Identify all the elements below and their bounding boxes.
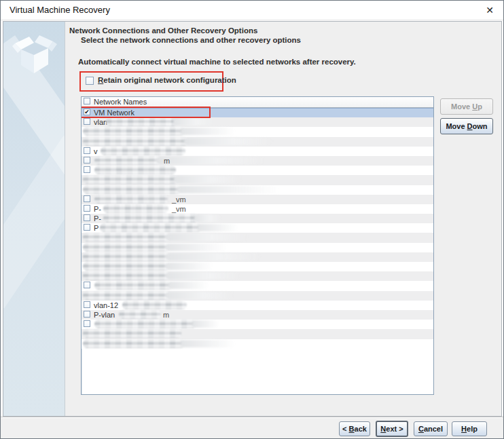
label-text: own: [473, 122, 488, 130]
network-row[interactable]: vlan: [82, 117, 433, 127]
next-button[interactable]: Next >: [376, 421, 408, 437]
label-text: <: [342, 425, 348, 433]
checkbox-icon[interactable]: [84, 118, 90, 125]
label-text: ack: [355, 425, 367, 433]
redacted-network-name-tail: [166, 272, 240, 280]
label-mnemonic: D: [467, 122, 473, 130]
annotation-box-retain-option: Retain original network configuration: [79, 71, 223, 92]
label-text: etain original network configuration: [103, 76, 236, 84]
network-row[interactable]: P-vlanm: [82, 310, 433, 320]
redacted-network-name-tail: [166, 233, 247, 241]
redacted-network-name-tail: [166, 263, 213, 270]
redacted-network-name-tail: [156, 157, 265, 164]
network-row[interactable]: [82, 252, 433, 262]
label-mnemonic: C: [418, 425, 424, 433]
network-name-text: P: [94, 224, 98, 232]
network-row[interactable]: P-: [82, 214, 433, 223]
label-text: ext >: [386, 425, 403, 433]
checkbox-icon[interactable]: [84, 224, 90, 231]
network-name-text: P-: [94, 214, 101, 223]
page-subtitle: Select the network connections and other…: [81, 36, 301, 44]
network-row[interactable]: [82, 166, 433, 175]
checkbox-icon[interactable]: [84, 166, 90, 173]
redacted-network-name: [119, 310, 161, 319]
redacted-network-name: [100, 223, 202, 232]
network-row[interactable]: vlan-12: [82, 301, 433, 310]
redacted-network-name: [83, 291, 170, 300]
network-names-list[interactable]: Network Names ✔VM Networkvlanvm_vmP-_vmP…: [81, 96, 434, 395]
checkbox-icon[interactable]: [84, 320, 90, 327]
redacted-network-name: [94, 156, 160, 165]
network-row[interactable]: [82, 185, 433, 195]
sidebar-stripe: [3, 136, 65, 309]
back-button[interactable]: < Back: [339, 421, 370, 436]
checkbox-icon[interactable]: [84, 195, 90, 202]
network-name-text: v: [94, 147, 98, 155]
checkbox-icon[interactable]: [84, 282, 90, 288]
redacted-network-name: [83, 243, 170, 252]
network-row[interactable]: _vm: [82, 195, 433, 204]
network-row[interactable]: [82, 262, 433, 271]
cancel-button[interactable]: Cancel: [414, 421, 448, 436]
checkbox-icon[interactable]: [84, 214, 90, 221]
network-row[interactable]: P: [82, 223, 433, 233]
checkbox-icon[interactable]: [84, 205, 90, 212]
list-header-label: Network Names: [94, 98, 147, 106]
redacted-network-name-tail: [168, 282, 209, 289]
label-mnemonic: H: [461, 425, 467, 433]
redacted-network-name-tail: [184, 138, 272, 145]
network-row[interactable]: [82, 175, 433, 185]
checkbox-icon[interactable]: [84, 301, 90, 308]
redacted-network-name: [83, 271, 170, 280]
label-text: Move: [446, 122, 467, 130]
network-row[interactable]: [82, 320, 433, 329]
network-row[interactable]: [82, 291, 433, 301]
checkbox-icon[interactable]: [84, 311, 90, 318]
network-row[interactable]: m: [82, 156, 433, 166]
network-row[interactable]: [82, 137, 433, 147]
network-row[interactable]: v: [82, 147, 433, 156]
redacted-network-name-tail: [177, 186, 279, 193]
retain-network-checkbox[interactable]: [86, 77, 94, 85]
label-mnemonic: U: [472, 102, 478, 111]
titlebar: Virtual Machine Recovery ✕: [1, 1, 503, 20]
redacted-network-name: [101, 147, 185, 155]
label-text: elp: [467, 425, 478, 433]
help-button[interactable]: Help: [452, 421, 487, 436]
redacted-network-name: [83, 127, 185, 136]
redacted-network-name: [83, 262, 170, 271]
move-down-button[interactable]: Move Down: [440, 118, 493, 134]
move-up-button[interactable]: Move Up: [440, 98, 493, 115]
redacted-network-name: [83, 185, 181, 194]
network-row[interactable]: [82, 329, 433, 339]
label-text: p: [478, 102, 482, 111]
redacted-network-name: [122, 301, 187, 309]
select-all-checkbox[interactable]: [84, 98, 90, 104]
network-row[interactable]: [82, 271, 433, 281]
redacted-network-name-tail: [166, 244, 227, 251]
redacted-network-name: [103, 204, 168, 213]
network-name-fragment: m: [163, 311, 169, 319]
redacted-network-name: [94, 195, 168, 204]
checkbox-icon[interactable]: [84, 147, 90, 154]
checkbox-icon[interactable]: [84, 157, 90, 164]
redacted-network-name: [106, 117, 177, 126]
network-name-text: P-vlan: [94, 311, 115, 319]
network-row[interactable]: [82, 281, 433, 290]
wizard-sidebar: [3, 22, 65, 416]
network-row[interactable]: [82, 233, 433, 242]
network-name-fragment: _vm: [172, 205, 186, 213]
network-row[interactable]: P-_vm: [82, 204, 433, 214]
close-icon[interactable]: ✕: [484, 4, 496, 16]
network-row[interactable]: [82, 127, 433, 136]
redacted-network-name-tail: [198, 224, 238, 231]
redacted-network-name-tail: [192, 320, 219, 328]
label-text: Move: [451, 102, 472, 111]
redacted-network-name: [94, 281, 173, 290]
wizard-body: Network Connections and Other Recovery O…: [3, 21, 502, 417]
network-row-vm-network[interactable]: ✔VM Network: [82, 108, 433, 117]
label-text: ancel: [424, 425, 443, 433]
network-row[interactable]: [82, 339, 433, 349]
redacted-network-name-tail: [194, 214, 221, 222]
network-row[interactable]: [82, 243, 433, 252]
